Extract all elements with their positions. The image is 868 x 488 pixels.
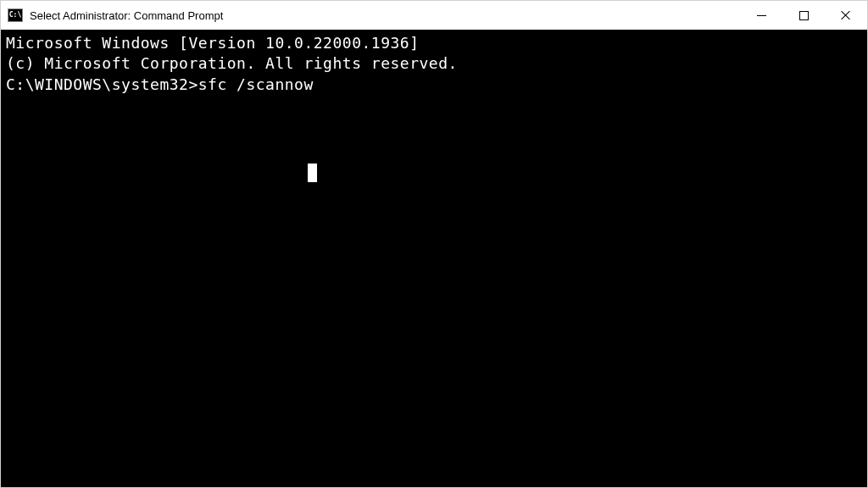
window-controls [740,1,867,30]
terminal-output-copyright: (c) Microsoft Corporation. All rights re… [6,53,862,74]
maximize-button[interactable] [782,1,825,30]
app-icon-label: C:\ [9,12,21,19]
command-prompt-window: C:\ Select Administrator: Command Prompt… [0,0,868,488]
minimize-icon [757,15,766,16]
minimize-button[interactable] [740,1,782,30]
app-icon: C:\ [8,8,23,22]
terminal-output-version: Microsoft Windows [Version 10.0.22000.19… [6,33,862,53]
terminal-prompt-line: C:\WINDOWS\system32>sfc /scannow [6,75,862,95]
terminal-area[interactable]: Microsoft Windows [Version 10.0.22000.19… [1,30,867,487]
terminal-prompt: C:\WINDOWS\system32> [6,75,198,93]
titlebar[interactable]: C:\ Select Administrator: Command Prompt [1,1,867,30]
window-title: Select Administrator: Command Prompt [30,9,740,22]
terminal-command: sfc /scannow [198,75,314,93]
terminal-cursor [308,164,317,182]
close-icon [841,10,851,20]
maximize-icon [799,11,809,20]
close-button[interactable] [825,1,867,30]
